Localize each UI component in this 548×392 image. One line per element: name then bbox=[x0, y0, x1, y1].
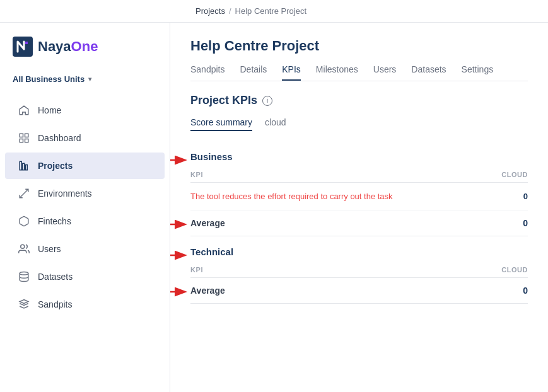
sandpits-icon bbox=[18, 298, 30, 311]
nayaone-logo-icon bbox=[13, 37, 33, 57]
tab-details[interactable]: Details bbox=[240, 64, 267, 81]
sidebar-item-datasets[interactable]: Datasets bbox=[5, 263, 165, 290]
logo-text: NayaOne bbox=[38, 38, 98, 55]
tab-sandpits[interactable]: Sandpits bbox=[190, 64, 224, 81]
main-content: Help Centre Project Sandpits Details KPI… bbox=[170, 23, 548, 392]
business-units-label: All Business Units bbox=[13, 74, 85, 84]
kpi-tabs: Score summary cloud bbox=[190, 117, 528, 131]
dashboard-icon bbox=[18, 132, 30, 144]
arrow-technical bbox=[170, 248, 190, 263]
business-average-label: Average bbox=[190, 218, 225, 228]
svg-rect-3 bbox=[25, 134, 28, 137]
kpi-section-business: Business KPI CLOUD The tool reduces the … bbox=[190, 144, 528, 236]
business-kpi-value-0: 0 bbox=[509, 192, 528, 201]
breadcrumb-projects[interactable]: Projects bbox=[195, 6, 225, 16]
business-section-label: Business bbox=[190, 151, 233, 162]
technical-section-header: Technical bbox=[190, 239, 528, 262]
arrow-business-average bbox=[170, 217, 190, 232]
sidebar: NayaOne All Business Units ▾ Home Dashbo… bbox=[0, 23, 170, 392]
tab-kpis[interactable]: KPIs bbox=[282, 64, 301, 81]
fintechs-icon bbox=[18, 215, 30, 228]
projects-icon bbox=[18, 159, 30, 172]
sidebar-item-sandpits-label: Sandpits bbox=[38, 299, 72, 309]
sidebar-item-projects-label: Projects bbox=[38, 161, 73, 171]
business-col-cloud: CLOUD bbox=[501, 171, 528, 178]
technical-col-cloud: CLOUD bbox=[501, 266, 528, 274]
svg-rect-7 bbox=[23, 163, 25, 170]
svg-rect-8 bbox=[25, 165, 27, 170]
tab-users[interactable]: Users bbox=[373, 64, 397, 81]
technical-table-header: KPI CLOUD bbox=[190, 262, 528, 278]
arrow-technical-average bbox=[170, 284, 190, 299]
page-tabs: Sandpits Details KPIs Milestones Users D… bbox=[190, 64, 528, 81]
svg-rect-1 bbox=[25, 42, 28, 44]
business-table-header: KPI CLOUD bbox=[190, 167, 528, 183]
sidebar-item-fintechs[interactable]: Fintechs bbox=[5, 208, 165, 234]
technical-average-value: 0 bbox=[523, 285, 528, 296]
sidebar-item-environments-label: Environments bbox=[38, 188, 92, 199]
business-average-value: 0 bbox=[523, 218, 528, 228]
sidebar-item-users-label: Users bbox=[38, 244, 61, 254]
sidebar-item-datasets-label: Datasets bbox=[38, 272, 73, 282]
kpi-section-technical: Technical KPI CLOUD Average 0 bbox=[190, 239, 528, 304]
kpi-tab-cloud[interactable]: cloud bbox=[265, 117, 286, 131]
tab-settings[interactable]: Settings bbox=[462, 64, 494, 81]
project-kpis-header: Project KPIs i bbox=[190, 94, 528, 107]
sidebar-item-home-label: Home bbox=[38, 105, 61, 115]
logo: NayaOne bbox=[0, 29, 170, 69]
sidebar-item-home[interactable]: Home bbox=[5, 97, 165, 124]
business-kpi-row-0: The tool reduces the effort required to … bbox=[190, 183, 528, 210]
breadcrumb-bar: Projects / Help Centre Project bbox=[0, 0, 548, 23]
tab-datasets[interactable]: Datasets bbox=[411, 64, 446, 81]
breadcrumb-separator: / bbox=[229, 6, 231, 16]
sidebar-item-users[interactable]: Users bbox=[5, 236, 165, 262]
sidebar-item-environments[interactable]: Environments bbox=[5, 180, 165, 207]
home-icon bbox=[18, 104, 30, 117]
environments-icon bbox=[18, 187, 30, 200]
svg-rect-6 bbox=[20, 161, 21, 170]
project-kpis-title: Project KPIs bbox=[190, 94, 257, 107]
svg-rect-4 bbox=[20, 139, 23, 142]
business-section-header: Business bbox=[190, 144, 528, 167]
business-units-selector[interactable]: All Business Units ▾ bbox=[0, 69, 170, 89]
technical-col-kpi: KPI bbox=[190, 266, 203, 274]
users-icon bbox=[18, 243, 30, 255]
breadcrumb-current: Help Centre Project bbox=[235, 6, 306, 16]
page-title: Help Centre Project bbox=[190, 38, 528, 54]
svg-point-9 bbox=[21, 245, 25, 248]
technical-average-label: Average bbox=[190, 285, 225, 296]
svg-rect-5 bbox=[25, 139, 28, 142]
sidebar-item-fintechs-label: Fintechs bbox=[38, 216, 71, 226]
technical-average-row: Average 0 bbox=[190, 278, 528, 304]
business-average-row: Average 0 bbox=[190, 210, 528, 236]
svg-rect-2 bbox=[20, 134, 23, 137]
sidebar-item-dashboard[interactable]: Dashboard bbox=[5, 125, 165, 151]
svg-point-10 bbox=[20, 272, 28, 275]
datasets-icon bbox=[18, 270, 30, 283]
business-col-kpi: KPI bbox=[190, 171, 203, 178]
info-icon[interactable]: i bbox=[262, 96, 272, 106]
technical-section-label: Technical bbox=[190, 246, 233, 257]
tab-milestones[interactable]: Milestones bbox=[316, 64, 358, 81]
arrow-business bbox=[170, 153, 190, 168]
sidebar-item-dashboard-label: Dashboard bbox=[38, 133, 81, 143]
kpi-tab-score-summary[interactable]: Score summary bbox=[190, 117, 252, 131]
sidebar-item-sandpits[interactable]: Sandpits bbox=[5, 291, 165, 318]
business-kpi-label-0: The tool reduces the effort required to … bbox=[190, 192, 509, 201]
chevron-down-icon: ▾ bbox=[88, 76, 91, 83]
sidebar-item-projects[interactable]: Projects bbox=[5, 153, 165, 179]
